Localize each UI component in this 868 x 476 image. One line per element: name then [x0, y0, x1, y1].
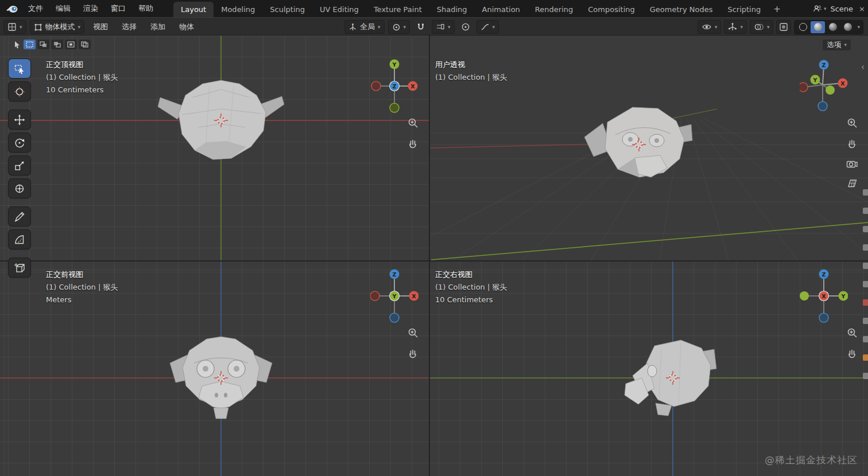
properties-tab-icon[interactable]: [863, 373, 868, 379]
menu-render[interactable]: 渲染: [77, 0, 104, 17]
navigation-gizmo-perspective[interactable]: Z Y X: [800, 57, 848, 115]
select-mode-invert-button[interactable]: [65, 40, 77, 49]
pan-hand-icon[interactable]: [408, 138, 418, 149]
menu-select[interactable]: 选择: [117, 22, 142, 32]
pan-hand-icon[interactable]: [847, 348, 858, 359]
zoom-icon[interactable]: [408, 118, 418, 128]
select-mode-subtract-button[interactable]: [51, 40, 63, 49]
tab-rendering[interactable]: Rendering: [528, 2, 580, 17]
tab-uv-editing[interactable]: UV Editing: [312, 2, 366, 17]
shading-material-button[interactable]: [826, 21, 840, 33]
viewport-top-left[interactable]: 正交顶视图 (1) Collection | 猴头 10 Centimeters…: [0, 36, 429, 260]
gizmo-y2-ball[interactable]: [826, 85, 835, 95]
tab-shading[interactable]: Shading: [429, 2, 475, 17]
tool-add-cube[interactable]: [9, 258, 30, 277]
quad-view-workspace: 正交顶视图 (1) Collection | 猴头 10 Centimeters…: [0, 36, 868, 476]
navigation-gizmo-top[interactable]: Y X Z: [370, 57, 418, 115]
blender-logo[interactable]: [6, 4, 18, 13]
tab-layout[interactable]: Layout: [173, 2, 214, 17]
select-mode-extend-button[interactable]: [37, 40, 49, 49]
pan-hand-icon[interactable]: [847, 138, 858, 149]
transform-orientation-selector[interactable]: 全局 ▾: [344, 20, 385, 34]
xray-toggle[interactable]: [776, 20, 791, 34]
properties-tab-icon[interactable]: [863, 263, 868, 269]
properties-tab-icon[interactable]: [863, 281, 868, 287]
navigation-gizmo-front[interactable]: Z X Y: [370, 267, 418, 325]
zoom-icon[interactable]: [847, 327, 858, 338]
overlays-toggle[interactable]: ▾: [750, 20, 774, 34]
3d-cursor: [214, 370, 228, 385]
scene-unlink-button[interactable]: ×: [857, 5, 867, 13]
tool-scale[interactable]: [9, 156, 30, 175]
options-button[interactable]: 选项 ▾: [823, 40, 851, 50]
properties-tab-icon[interactable]: [863, 336, 868, 342]
active-tool-icon[interactable]: [13, 40, 22, 49]
menu-add[interactable]: 添加: [145, 22, 170, 32]
viewport-info-bottom-left: 正交前视图 (1) Collection | 猴头 Meters: [46, 268, 118, 306]
select-mode-new-button[interactable]: [24, 40, 36, 49]
tool-select-box[interactable]: [9, 59, 30, 78]
tab-compositing[interactable]: Compositing: [580, 2, 642, 17]
editor-type-selector[interactable]: ▾: [3, 20, 26, 34]
tool-transform[interactable]: [9, 179, 30, 198]
tab-scripting[interactable]: Scripting: [720, 2, 768, 17]
menu-edit[interactable]: 编辑: [49, 0, 77, 17]
tool-cursor[interactable]: [9, 82, 30, 101]
gizmo-neg-y-ball[interactable]: [800, 291, 809, 301]
menu-help[interactable]: 帮助: [132, 0, 160, 17]
tab-modeling[interactable]: Modeling: [214, 2, 262, 17]
properties-tab-icon-red[interactable]: [863, 299, 868, 306]
camera-view-icon[interactable]: [846, 159, 858, 169]
gizmo-neg-z-ball[interactable]: [818, 102, 827, 111]
gizmo-neg-x-ball[interactable]: [371, 81, 381, 91]
properties-tab-icon[interactable]: [863, 208, 868, 214]
gizmo-neg-z-ball[interactable]: [390, 313, 399, 322]
shading-wireframe-button[interactable]: [796, 21, 810, 33]
add-workspace-button[interactable]: +: [768, 2, 786, 17]
zoom-icon[interactable]: [408, 327, 418, 338]
properties-tab-icon[interactable]: [863, 226, 868, 232]
visibility-selector[interactable]: ▾: [698, 20, 722, 34]
tool-annotate[interactable]: [9, 207, 30, 226]
viewport-bottom-right[interactable]: 正交右视图 (1) Collection | 猴头 10 Centimeters…: [430, 262, 868, 476]
menu-window[interactable]: 窗口: [104, 0, 132, 17]
select-mode-intersect-button[interactable]: [79, 40, 91, 49]
grid-floor-icon[interactable]: [847, 178, 858, 188]
viewport-top-right[interactable]: 用户透视 (1) Collection | 猴头 Z Y X: [430, 36, 868, 260]
snap-target-selector[interactable]: ▾: [432, 20, 455, 34]
scene-icon[interactable]: [813, 4, 822, 13]
sidebar-collapse-arrow[interactable]: ‹: [861, 62, 865, 72]
tab-animation[interactable]: Animation: [475, 2, 528, 17]
gizmo-neg-z-ball[interactable]: [819, 313, 828, 322]
menu-file[interactable]: 文件: [22, 0, 49, 17]
gizmo-neg-x-ball[interactable]: [800, 83, 808, 92]
tab-geometry-nodes[interactable]: Geometry Nodes: [642, 2, 720, 17]
menu-object[interactable]: 物体: [174, 22, 199, 32]
menu-view[interactable]: 视图: [88, 22, 113, 32]
pivot-point-selector[interactable]: ▾: [388, 20, 410, 34]
proportional-editing-toggle[interactable]: [458, 20, 473, 34]
zoom-icon[interactable]: [847, 118, 858, 128]
proportional-falloff-selector[interactable]: ▾: [476, 20, 499, 34]
tab-sculpting[interactable]: Sculpting: [262, 2, 312, 17]
tool-move[interactable]: [9, 110, 30, 129]
tool-rotate[interactable]: [9, 133, 30, 152]
gizmo-neg-y-ball[interactable]: [390, 103, 399, 112]
gizmos-toggle[interactable]: ▾: [724, 20, 747, 34]
gizmo-neg-x-ball[interactable]: [370, 291, 379, 301]
properties-tab-icon[interactable]: [863, 244, 868, 251]
tool-measure[interactable]: [9, 230, 30, 249]
scene-name[interactable]: Scene: [828, 5, 855, 13]
pan-hand-icon[interactable]: [408, 348, 418, 359]
properties-tab-icon-orange[interactable]: [863, 354, 868, 361]
viewport-bottom-left[interactable]: 正交前视图 (1) Collection | 猴头 Meters Z X Y: [0, 262, 429, 476]
shading-solid-button[interactable]: [811, 21, 825, 33]
properties-tab-icon[interactable]: [863, 318, 868, 324]
properties-tab-icon[interactable]: [863, 189, 868, 196]
mode-selector[interactable]: 物体模式 ▾: [30, 20, 85, 34]
tab-texture-paint[interactable]: Texture Paint: [366, 2, 429, 17]
navigation-gizmo-right[interactable]: Z Y X: [800, 267, 848, 325]
shading-rendered-button[interactable]: [840, 21, 855, 33]
snap-toggle[interactable]: [413, 20, 428, 34]
properties-tab-strip[interactable]: [862, 189, 868, 379]
